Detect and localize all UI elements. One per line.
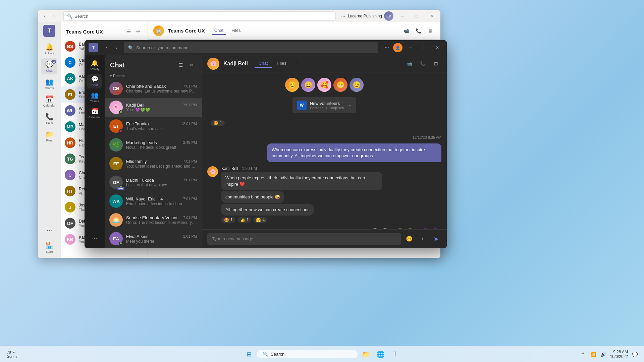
fg-emoji-btn[interactable]: 😊 bbox=[404, 234, 415, 244]
teams-taskbar-icon: T bbox=[393, 350, 397, 358]
fg-titlebar-right: ··· 👤 ─ □ ✕ bbox=[383, 43, 443, 52]
fg-group-avatar-1: 😊 bbox=[285, 78, 299, 92]
bg-video-btn[interactable]: 📹 bbox=[401, 26, 411, 36]
bg-avatar-aadi: AK bbox=[65, 73, 75, 84]
fg-filter-btn[interactable]: ☰ bbox=[176, 60, 185, 70]
bg-avatar-marie: MB bbox=[65, 121, 75, 132]
bg-nav-back[interactable]: ‹ bbox=[41, 12, 49, 20]
fg-avatar-daichi: DF SMS bbox=[109, 176, 123, 189]
taskbar-search-bar[interactable]: 🔍 Search bbox=[257, 350, 358, 358]
tray-network-icon[interactable]: 📶 bbox=[589, 350, 597, 358]
bg-avatar-will: WL bbox=[65, 105, 75, 116]
fg-chat-item-charlotte[interactable]: CB Charlotte and Babak 7:01 PM Charlotte… bbox=[105, 79, 202, 98]
bg-sidebar-calendar[interactable]: 📅 Calendar bbox=[41, 93, 57, 109]
fg-sidebar-teams[interactable]: 👥 Teams bbox=[87, 90, 102, 105]
fg-chat-item-elvia[interactable]: EA Elvia Atkins 1:01 PM Meet you there! bbox=[105, 229, 202, 248]
bg-chat-main-header: 🏢 Teams Core UX Chat Files 📹 📞 🖥 bbox=[148, 22, 440, 40]
bg-profile[interactable]: Lucerne Publishing LP bbox=[348, 11, 393, 21]
edge-icon: 🌐 bbox=[376, 350, 385, 358]
fg-send-btn[interactable]: ➤ bbox=[431, 234, 441, 244]
fg-sidebar-more[interactable]: ··· bbox=[87, 231, 102, 245]
fg-status-elvia bbox=[119, 242, 122, 245]
fg-sidebar-toggle-btn[interactable]: ⊞ bbox=[431, 58, 441, 69]
fg-chat-item-ellis[interactable]: EF Ellis family 7:01 PM You: Great idea!… bbox=[105, 154, 202, 173]
bg-sidebar-more[interactable]: ··· bbox=[41, 222, 57, 238]
fg-chat-item-daichi[interactable]: DF SMS Daichi Fukuda 7:01 PM Let's try t… bbox=[105, 173, 202, 192]
fg-chat-item-kadji[interactable]: 🌸 Kadji Bell 7:01 PM You: 💜💚💚 bbox=[105, 98, 202, 117]
fg-reaction-thumbs[interactable]: 👍 1 bbox=[237, 217, 252, 223]
fg-video-call-btn[interactable]: 📹 bbox=[404, 58, 415, 69]
taskbar-weather[interactable]: 78°F Sunny bbox=[5, 348, 19, 361]
bg-avatar-cassandra: C bbox=[65, 57, 75, 68]
bg-tab-files[interactable]: Files bbox=[229, 26, 243, 35]
fg-dots-btn[interactable]: ··· bbox=[383, 43, 390, 52]
fg-chat-item-eric-t[interactable]: ET Eric Tanaka 12:01 PM That's what she … bbox=[105, 117, 202, 135]
taskbar-center: ⊞ 🔍 Search 📁 🌐 T bbox=[242, 348, 402, 361]
fg-msg3-reactions: 🤩 1 👍 1 🤗 4 bbox=[221, 217, 441, 223]
bg-minimize-btn[interactable]: ─ bbox=[396, 11, 408, 21]
bg-avatar-teams: TG bbox=[65, 154, 75, 164]
tray-show-hidden[interactable]: ^ bbox=[579, 350, 587, 358]
windows-logo-icon: ⊞ bbox=[247, 351, 252, 358]
taskbar-right: ^ 📶 🔊 9:28 AM 10/6/2022 💬 bbox=[579, 350, 639, 359]
bg-avatar-babak: BS bbox=[65, 41, 75, 52]
fg-close-btn[interactable]: ✕ bbox=[432, 43, 443, 52]
taskbar-teams-btn[interactable]: T bbox=[388, 348, 402, 361]
bg-sidebar-activity[interactable]: 🔔 Activity bbox=[41, 41, 57, 57]
fg-nav-forward[interactable]: › bbox=[112, 43, 121, 52]
fg-chat-item-marketing[interactable]: 🌿 Marketing leads 2:45 PM Nova: The deck… bbox=[105, 135, 202, 154]
fg-doc-card-container: W New volunteers Personal > KadjiiBell ·… bbox=[207, 97, 441, 113]
fg-group-avatar-5: 😊 bbox=[350, 78, 364, 92]
bg-screen-btn[interactable]: 🖥 bbox=[426, 26, 435, 36]
fg-message-input[interactable] bbox=[207, 233, 401, 245]
bg-search-bar[interactable]: 🔍 Search bbox=[63, 11, 336, 21]
bg-filter-btn[interactable]: ☰ bbox=[125, 27, 133, 36]
tray-notification-btn[interactable]: 💬 bbox=[631, 350, 639, 358]
fg-nav-back[interactable]: ‹ bbox=[102, 43, 111, 52]
fg-reaction-heart-2[interactable]: 🤩 1 bbox=[221, 217, 235, 223]
bg-sidebar-chat[interactable]: 💬 Chat 2 bbox=[41, 58, 57, 74]
tray-volume-icon[interactable]: 🔊 bbox=[599, 350, 607, 358]
bg-compose-btn[interactable]: ✏ bbox=[134, 27, 142, 36]
fg-audio-call-btn[interactable]: 📞 bbox=[417, 58, 428, 69]
bg-sidebar-teams[interactable]: 👥 Teams bbox=[41, 76, 57, 92]
fg-reaction-heart-1[interactable]: 🤩 1 bbox=[211, 120, 225, 126]
fg-chat-item-sunrise[interactable]: 🌅 Sunrise Elementary Volunteers 7:01 PM … bbox=[105, 210, 202, 229]
fg-doc-more-btn[interactable]: ··· bbox=[347, 102, 352, 108]
taskbar-explorer-btn[interactable]: 📁 bbox=[359, 348, 372, 361]
bg-tab-chat[interactable]: Chat bbox=[212, 26, 226, 35]
bg-avatar-charlott: C bbox=[65, 170, 75, 180]
taskbar-start-btn[interactable]: ⊞ bbox=[242, 348, 256, 361]
fg-sidebar-activity[interactable]: 🔔 Activity bbox=[87, 58, 102, 72]
fg-tab-chat[interactable]: Chat bbox=[255, 59, 272, 68]
taskbar-edge-btn[interactable]: 🌐 bbox=[374, 348, 387, 361]
bg-chat-tabs: Chat Files bbox=[212, 26, 244, 35]
bg-maximize-btn[interactable]: □ bbox=[411, 11, 423, 21]
fg-chat-list-header: Chat ☰ ✏ bbox=[105, 55, 202, 72]
fg-heart-green[interactable]: 💚 bbox=[394, 227, 416, 229]
fg-minimize-btn[interactable]: ─ bbox=[405, 43, 416, 52]
fg-attach-btn[interactable]: + bbox=[417, 234, 428, 244]
bg-dots-btn[interactable]: ··· bbox=[341, 13, 345, 19]
fg-heart-white[interactable]: 🤍 bbox=[369, 227, 391, 229]
fg-maximize-btn[interactable]: □ bbox=[419, 43, 429, 52]
fg-reaction-hug[interactable]: 🤗 4 bbox=[253, 217, 267, 223]
bg-sidebar-store[interactable]: 🏪 Store bbox=[41, 239, 57, 255]
bg-sidebar-files[interactable]: 📁 Files bbox=[41, 128, 57, 144]
bg-nav-forward[interactable]: › bbox=[50, 12, 58, 20]
fg-compose-btn[interactable]: ✏ bbox=[187, 60, 196, 70]
fg-tab-add[interactable]: + bbox=[292, 59, 303, 68]
fg-doc-card[interactable]: W New volunteers Personal > KadjiiBell ·… bbox=[292, 97, 357, 113]
fg-profile-avatar[interactable]: 👤 bbox=[393, 43, 402, 52]
fg-tab-files[interactable]: Files bbox=[273, 59, 290, 68]
fg-sidebar-calendar[interactable]: 📅 Calendar bbox=[87, 106, 102, 121]
fg-sidebar-chat[interactable]: 💬 Chat bbox=[87, 74, 102, 88]
fg-search-bar[interactable]: 🔍 Search or type a command bbox=[124, 42, 378, 53]
fg-avatar-will-group: WK bbox=[109, 194, 123, 208]
taskbar-clock[interactable]: 9:28 AM 10/6/2022 bbox=[610, 350, 628, 359]
bg-call-btn[interactable]: 📞 bbox=[414, 26, 423, 36]
bg-close-btn[interactable]: ✕ bbox=[426, 11, 438, 21]
fg-heart-purple[interactable]: 💜 bbox=[419, 227, 441, 229]
bg-sidebar-calls[interactable]: 📞 Calls bbox=[41, 111, 57, 127]
fg-chat-item-will-group[interactable]: WK Will, Kayo, Eric, +4 7:01 PM Eric: I … bbox=[105, 192, 202, 210]
